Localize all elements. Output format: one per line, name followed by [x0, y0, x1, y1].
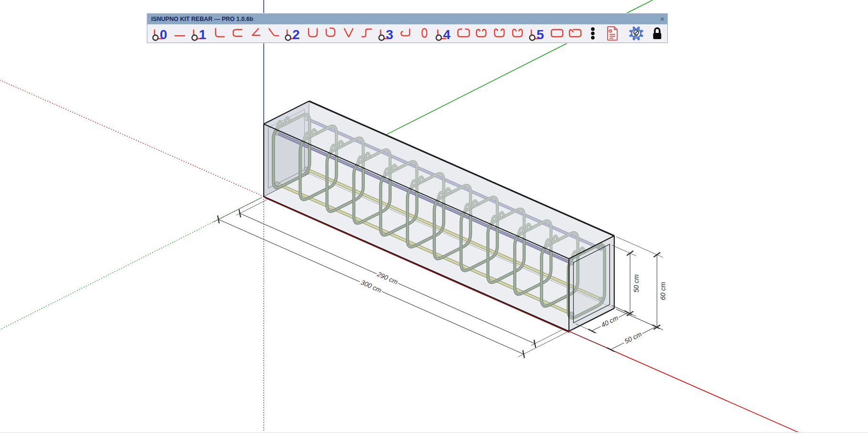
- toolbar-icon-shape-c-channel[interactable]: [229, 26, 246, 41]
- dimension-label: 50 cm: [632, 274, 640, 292]
- dimension-label: 290 cm: [376, 270, 400, 286]
- toolbar-icon-shape-stirrup-open-top[interactable]: [455, 26, 472, 41]
- marker-circle: [530, 35, 535, 41]
- toolbar-title: ISNUPNO KIT REBAR — PRO 1.0.6b: [147, 16, 253, 22]
- toolbar-icon-shape-z-offset[interactable]: [359, 26, 375, 41]
- marker-digit: 4: [443, 27, 451, 41]
- toolbar-icon-shape-closed-stirrup-hook[interactable]: [567, 26, 583, 41]
- dimension-label: 40 cm: [600, 314, 620, 329]
- toolbar-icon-shape-v-bar[interactable]: [341, 26, 357, 41]
- dimension-label: 50 cm: [623, 330, 643, 345]
- marker-digit: 0: [160, 27, 167, 41]
- toolbar-icon-shape-diagonal-flat[interactable]: [266, 26, 282, 41]
- red-axis-negative: [0, 80, 264, 196]
- marker-digit: 2: [292, 27, 300, 41]
- toolbar-icon-rebar-type-2-marker[interactable]: 2: [284, 26, 303, 41]
- toolbar-icon-shape-stirrup-lips[interactable]: [474, 26, 490, 41]
- dimension-label: 60 cm: [659, 282, 667, 300]
- toolbar-icon-shape-straight-bar[interactable]: [172, 26, 188, 41]
- toolbar-icon-shape-closed-stirrup[interactable]: [549, 26, 565, 41]
- toolbar-icon-license-lock[interactable]: [651, 26, 663, 41]
- toolbar-icon-rebar-type-4-marker[interactable]: 4: [434, 26, 454, 41]
- toolbar-icon-settings-gear[interactable]: [628, 25, 644, 41]
- toolbar-titlebar[interactable]: ISNUPNO KIT REBAR — PRO 1.0.6b ×: [147, 14, 667, 24]
- close-icon[interactable]: ×: [660, 14, 664, 24]
- marker-circle: [153, 35, 158, 41]
- toolbar-icon-row: 0 1 2 3 4 5: [147, 24, 667, 42]
- toolbar-icon-shape-angle-bend[interactable]: [248, 26, 264, 41]
- marker-circle: [192, 35, 197, 41]
- toolbar-icon-rebar-type-0-marker[interactable]: 0: [151, 26, 170, 41]
- toolbar-icon-shape-stirrup-curl2[interactable]: [510, 26, 526, 41]
- viewport-bottom-divider: [0, 432, 868, 433]
- dimension-label: 300 cm: [360, 279, 383, 294]
- marker-digit: 5: [537, 27, 544, 41]
- toolbar-icon-shape-stirrup-curl[interactable]: [492, 26, 508, 41]
- marker-circle: [379, 35, 384, 41]
- marker-circle: [286, 35, 291, 41]
- toolbar-icon-shape-l-bend[interactable]: [211, 26, 227, 41]
- model-scene: 290 cm300 cm50 cm60 cm40 cm50 cm: [0, 0, 868, 434]
- marker-digit: 3: [386, 27, 393, 41]
- toolbar-icon-rebar-type-1-marker[interactable]: 1: [190, 26, 209, 41]
- toolbar-icon-report-document[interactable]: [605, 25, 620, 41]
- marker-circle: [436, 35, 442, 41]
- marker-digit: 1: [199, 27, 207, 41]
- rebar-plugin-toolbar[interactable]: ISNUPNO KIT REBAR — PRO 1.0.6b × 0 1 2 3…: [147, 13, 668, 43]
- toolbar-icon-shape-oval[interactable]: [416, 26, 433, 41]
- toolbar-icon-rebar-type-5-marker[interactable]: 5: [528, 26, 547, 41]
- toolbar-icon-shape-j-hook[interactable]: [398, 26, 414, 41]
- 3d-viewport[interactable]: 290 cm300 cm50 cm60 cm40 cm50 cm: [0, 0, 868, 434]
- toolbar-icon-more-options[interactable]: [589, 26, 597, 41]
- toolbar-icon-shape-u-bar[interactable]: [305, 26, 321, 41]
- toolbar-icon-shape-u-hook[interactable]: [323, 26, 339, 41]
- toolbar-icon-rebar-type-3-marker[interactable]: 3: [377, 26, 396, 41]
